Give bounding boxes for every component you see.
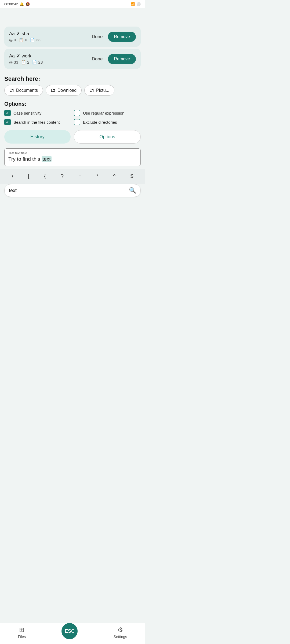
top-area	[0, 8, 145, 24]
chip-documents-label: Documents	[16, 88, 38, 93]
special-char-question[interactable]: ?	[59, 172, 65, 180]
chip-pictures-icon: 🗂	[89, 87, 94, 93]
text-field-label: Test text field	[8, 151, 137, 155]
special-char-dollar[interactable]: $	[129, 172, 135, 180]
special-char-plus[interactable]: +	[77, 172, 83, 180]
card-work-stat1: ◎ 33	[9, 60, 18, 65]
battery-icon: ⚪	[136, 2, 141, 6]
card-sba-remove-button[interactable]: Remove	[108, 32, 136, 42]
card-work-stat2: 📋 2	[21, 60, 30, 65]
option-use-regex-label: Use regular expression	[83, 111, 124, 115]
card-sba-stat3: 📄 23	[30, 38, 41, 42]
notification-icon2: 🔕	[26, 2, 30, 6]
status-bar-right: 📶 ⚪	[130, 2, 141, 6]
options-tab[interactable]: Options	[74, 130, 141, 144]
status-bar-left: 00:00:42 🔔 🔕	[4, 2, 30, 6]
special-char-backslash[interactable]: \	[10, 172, 15, 180]
chip-download-label: Download	[57, 88, 77, 93]
option-case-sensitivity-label: Case sensitivity	[13, 111, 41, 115]
history-tab[interactable]: History	[4, 130, 71, 144]
location-chips-row: 🗂 Documents 🗂 Download 🗂 Pictu...	[0, 85, 145, 99]
checkbox-case-sensitivity[interactable]	[4, 110, 11, 116]
card-sba-title: Aa ✗ sba	[9, 31, 41, 36]
card-sba: Aa ✗ sba ◎ 0 📋 0 📄 23 Done Remove	[4, 27, 141, 47]
search-input[interactable]	[9, 188, 129, 193]
checkbox-use-regex[interactable]	[74, 110, 80, 116]
special-char-caret[interactable]: ^	[111, 172, 117, 180]
card-work-name: work	[22, 53, 31, 59]
search-icon: 🔍	[129, 187, 136, 194]
option-exclude-dirs[interactable]: Exclude directories	[74, 119, 141, 125]
options-section-title: Options:	[0, 99, 145, 110]
card-sba-info: Aa ✗ sba ◎ 0 📋 0 📄 23	[9, 31, 41, 42]
card-sba-done-button[interactable]: Done	[90, 32, 105, 41]
options-grid: Case sensitivity Use regular expression …	[0, 110, 145, 125]
tab-row: History Options	[0, 125, 145, 146]
chip-download-icon: 🗂	[51, 87, 56, 93]
special-char-brace[interactable]: {	[42, 172, 48, 180]
special-chars-row: \ [ { ? + * ^ $	[0, 169, 145, 184]
notification-icon1: 🔔	[20, 2, 24, 6]
chip-documents-icon: 🗂	[9, 87, 14, 93]
checkbox-search-content[interactable]	[4, 119, 11, 125]
card-sba-stat2: 📋 0	[19, 38, 27, 42]
chip-pictures-label: Pictu...	[96, 88, 109, 93]
special-char-bracket[interactable]: [	[26, 172, 31, 180]
option-search-content[interactable]: Search in the files content	[4, 119, 71, 125]
text-field-before: Try to find this	[8, 156, 42, 162]
option-search-content-label: Search in the files content	[13, 120, 60, 125]
test-text-field[interactable]: Test text field Try to find this text	[4, 148, 141, 166]
option-case-sensitivity[interactable]: Case sensitivity	[4, 110, 71, 116]
checkbox-exclude-dirs[interactable]	[74, 119, 80, 125]
card-work-actions: Done Remove	[90, 54, 136, 64]
wifi-icon: 📶	[130, 2, 135, 6]
bottom-spacer	[0, 201, 145, 228]
search-submit-button[interactable]: 🔍	[129, 187, 136, 194]
chip-download[interactable]: 🗂 Download	[46, 85, 82, 96]
card-work-done-button[interactable]: Done	[90, 55, 105, 63]
card-work-slash-icon: ✗	[16, 53, 20, 59]
status-bar: 00:00:42 🔔 🔕 📶 ⚪	[0, 0, 145, 8]
text-field-highlight: text	[42, 156, 52, 162]
card-sba-actions: Done Remove	[90, 32, 136, 42]
special-char-asterisk[interactable]: *	[95, 172, 100, 180]
card-work-stats: ◎ 33 📋 2 📄 23	[9, 60, 43, 65]
card-work-remove-button[interactable]: Remove	[108, 54, 136, 64]
text-field-content[interactable]: Try to find this text	[8, 156, 137, 162]
chip-documents[interactable]: 🗂 Documents	[4, 85, 43, 96]
card-work-stat3: 📄 23	[32, 60, 43, 65]
status-time: 00:00:42	[4, 2, 18, 6]
option-exclude-dirs-label: Exclude directories	[83, 120, 117, 125]
search-section-title: Search here:	[0, 71, 145, 85]
card-sba-name: sba	[22, 31, 29, 36]
chip-pictures[interactable]: 🗂 Pictu...	[84, 85, 114, 96]
card-work-info: Aa ✗ work ◎ 33 📋 2 📄 23	[9, 53, 43, 65]
card-work-font-icon: Aa	[9, 53, 15, 59]
card-work: Aa ✗ work ◎ 33 📋 2 📄 23 Done Remove	[4, 49, 141, 69]
search-bar: 🔍	[4, 184, 141, 197]
card-sba-stat1: ◎ 0	[9, 38, 16, 42]
card-work-title: Aa ✗ work	[9, 53, 43, 59]
card-sba-slash-icon: ✗	[16, 31, 20, 36]
option-use-regex[interactable]: Use regular expression	[74, 110, 141, 116]
card-sba-stats: ◎ 0 📋 0 📄 23	[9, 38, 41, 42]
card-sba-font-icon: Aa	[9, 31, 15, 36]
